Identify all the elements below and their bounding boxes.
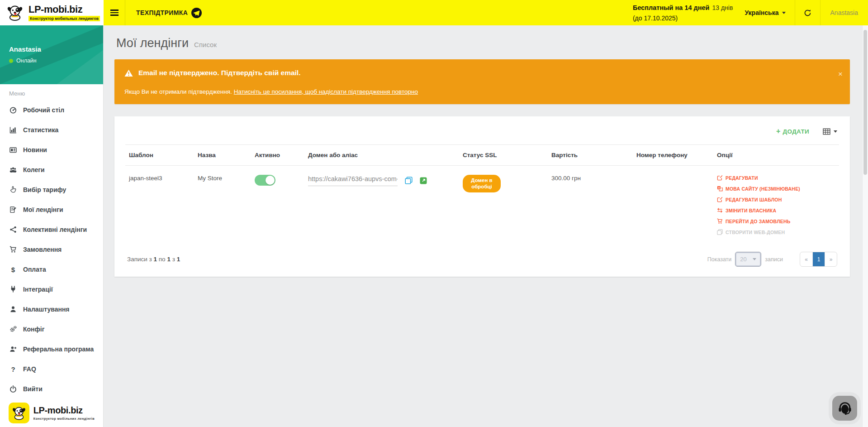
header-username[interactable]: Anastasia bbox=[821, 9, 868, 16]
sidebar-item-label: Налаштування bbox=[23, 306, 70, 313]
cell-template: japan-steel3 bbox=[125, 166, 194, 245]
trial-until-date: (до 17.10.2025) bbox=[633, 14, 733, 24]
option-edit[interactable]: РЕДАГУВАТИ bbox=[717, 175, 835, 181]
tech-support-button[interactable]: ТЕХПІДТРИМКА bbox=[136, 8, 202, 18]
sidebar-item-label: FAQ bbox=[23, 365, 36, 373]
col-domain: Домен або аліас bbox=[304, 145, 459, 166]
landings-table: Шаблон Назва Активно Домен або аліас Ста… bbox=[125, 144, 839, 245]
active-toggle[interactable] bbox=[255, 175, 275, 186]
columns-visibility-dropdown[interactable] bbox=[823, 128, 837, 135]
col-phone: Номер телефону bbox=[633, 145, 713, 166]
option-go-to-orders[interactable]: ПЕРЕЙТИ ДО ЗАМОВЛЕНЬ bbox=[717, 218, 835, 224]
transfer-icon bbox=[717, 207, 723, 213]
page-1-button[interactable]: 1 bbox=[812, 252, 825, 266]
dog-badge-icon bbox=[9, 403, 29, 423]
next-page-button[interactable]: » bbox=[825, 252, 837, 266]
chevron-down-icon bbox=[834, 130, 837, 133]
sidebar-item-label: Новини bbox=[23, 146, 47, 154]
warning-icon bbox=[124, 69, 133, 77]
sidebar-item-my-landings[interactable]: Мої лендінги bbox=[0, 200, 103, 220]
hand-pointer-icon bbox=[9, 186, 17, 193]
news-icon bbox=[9, 146, 17, 154]
brand-subtitle: Конструктор мобильных лендингов bbox=[28, 16, 100, 21]
copy-domain-button[interactable] bbox=[405, 177, 413, 184]
table-grid-icon bbox=[823, 128, 830, 135]
option-edit-template[interactable]: РЕДАГУВАТИ ШАБЛОН bbox=[717, 197, 835, 202]
sidebar-toggle-button[interactable] bbox=[104, 0, 125, 25]
sidebar-item-collective-landings[interactable]: Колективні лендінги bbox=[0, 220, 103, 240]
sidebar-item-integrations[interactable]: Інтеграції bbox=[0, 279, 103, 299]
close-icon[interactable]: × bbox=[838, 70, 843, 78]
sidebar-item-settings[interactable]: Налаштування bbox=[0, 299, 103, 319]
stats-icon bbox=[9, 126, 17, 134]
dashboard-icon bbox=[9, 106, 17, 114]
profile-name: Anastasia bbox=[9, 45, 103, 53]
sidebar-item-orders[interactable]: Замовлення bbox=[0, 240, 103, 259]
language-selector[interactable]: Українська bbox=[745, 9, 785, 16]
sidebar-item-label: Колективні лендінги bbox=[23, 226, 87, 233]
file-pen-icon bbox=[9, 206, 17, 213]
cell-phone bbox=[633, 166, 713, 245]
sidebar-item-faq[interactable]: ? FAQ bbox=[0, 359, 103, 379]
landings-table-card: + ДОДАТИ Шаблон bbox=[114, 116, 850, 277]
sidebar-item-referral[interactable]: Реферальна програма bbox=[0, 339, 103, 359]
add-landing-button[interactable]: + ДОДАТИ bbox=[776, 127, 809, 135]
footer-brand-subtitle: Конструктор мобільних лендінгів bbox=[33, 417, 95, 421]
scrollbar-thumb[interactable] bbox=[863, 30, 867, 175]
col-active: Активно bbox=[251, 145, 304, 166]
sidebar-item-colleagues[interactable]: Колеги bbox=[0, 160, 103, 180]
cell-price: 300.00 грн bbox=[548, 166, 633, 245]
main-content: Мої лендінги Список Email не підтверджен… bbox=[104, 25, 868, 427]
option-change-owner[interactable]: ЗМІНИТИ ВЛАСНИКА bbox=[717, 207, 835, 213]
email-warning-banner: Email не підтверджено. Підтвердіть свій … bbox=[114, 59, 850, 104]
vertical-scrollbar[interactable] bbox=[862, 25, 868, 427]
header-yellow-bar: ТЕХПІДТРИМКА Бесплатный на 14 дней13 дні… bbox=[104, 0, 868, 25]
option-create-web-domain: СТВОРИТИ WEB-ДОМЕН bbox=[717, 229, 835, 235]
show-label: Показати bbox=[707, 256, 732, 263]
sidebar-item-tariff[interactable]: Вибір тарифу bbox=[0, 180, 103, 200]
sidebar-item-label: Замовлення bbox=[23, 246, 62, 253]
edit-icon bbox=[717, 175, 723, 181]
sidebar-footer-logo: LP-mobi.biz Конструктор мобільних лендін… bbox=[0, 399, 103, 427]
external-link-icon bbox=[420, 177, 427, 184]
refresh-button[interactable] bbox=[804, 9, 811, 17]
sidebar-item-payment[interactable]: $ Оплата bbox=[0, 259, 103, 279]
records-info: Записи з 1 по 1 з 1 bbox=[127, 256, 180, 263]
cart-icon bbox=[9, 246, 17, 253]
trial-days-left: 13 днів bbox=[712, 4, 733, 11]
resend-confirmation-link[interactable]: Натисніть це посилання, щоб надіслати пі… bbox=[234, 88, 418, 95]
support-chat-button[interactable] bbox=[832, 396, 857, 421]
copy-icon bbox=[405, 177, 413, 184]
hamburger-icon bbox=[110, 10, 119, 11]
domain-input[interactable] bbox=[308, 175, 398, 186]
sidebar-item-label: Статистика bbox=[23, 126, 58, 134]
entries-label: записи bbox=[765, 256, 783, 263]
col-ssl-status: Статус SSL bbox=[459, 145, 548, 166]
sidebar-item-statistics[interactable]: Статистика bbox=[0, 120, 103, 140]
col-template: Шаблон bbox=[125, 145, 194, 166]
option-site-language[interactable]: МОВА САЙТУ (НЕЗМІНЮВАНЕ) bbox=[717, 186, 835, 192]
sidebar-item-config[interactable]: Конфіг bbox=[0, 319, 103, 339]
dog-mascot-icon bbox=[5, 3, 24, 22]
sidebar-item-label: Вибір тарифу bbox=[23, 186, 66, 193]
ssl-status-badge: Домен в обробці bbox=[463, 175, 501, 192]
sidebar-item-label: Оплата bbox=[23, 266, 46, 273]
plug-icon bbox=[9, 286, 17, 293]
sidebar-item-dashboard[interactable]: Робочий стіл bbox=[0, 100, 103, 120]
open-landing-button[interactable] bbox=[420, 177, 427, 184]
prev-page-button[interactable]: « bbox=[800, 252, 812, 266]
user-icon bbox=[9, 306, 17, 313]
user-plus-icon bbox=[9, 345, 17, 353]
pagination: « 1 » bbox=[800, 252, 837, 267]
brand-logo[interactable]: LP-mobi.biz Конструктор мобильных лендин… bbox=[0, 0, 104, 25]
sidebar: Anastasia Онлайн Меню Робочий стіл Стати… bbox=[0, 25, 104, 427]
sidebar-item-news[interactable]: Новини bbox=[0, 140, 103, 160]
sidebar-item-label: Колеги bbox=[23, 166, 45, 173]
col-options: Опції bbox=[713, 145, 839, 166]
sidebar-item-logout[interactable]: Вийти bbox=[0, 379, 103, 399]
online-status-dot bbox=[9, 59, 13, 63]
sidebar-item-label: Робочий стіл bbox=[23, 106, 64, 114]
page-size-select[interactable]: 20 bbox=[735, 252, 761, 266]
trial-plan-name: Бесплатный на 14 дней bbox=[633, 4, 710, 11]
trial-info: Бесплатный на 14 дней13 днів (до 17.10.2… bbox=[633, 2, 733, 23]
